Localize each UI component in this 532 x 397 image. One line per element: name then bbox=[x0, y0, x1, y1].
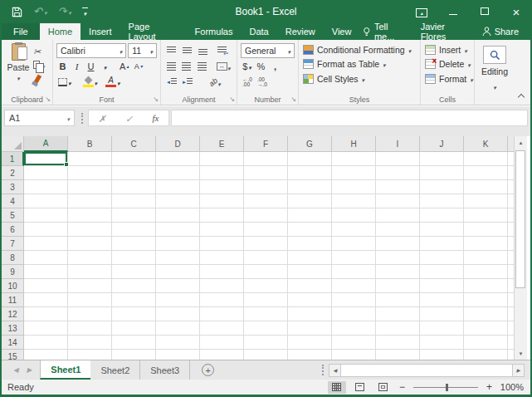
cell-E2[interactable] bbox=[200, 166, 244, 180]
cell-B7[interactable] bbox=[68, 237, 112, 251]
cell-G1[interactable] bbox=[288, 152, 332, 166]
paste-button[interactable]: Paste bbox=[5, 43, 32, 91]
cell-B8[interactable] bbox=[68, 251, 112, 265]
cell-partial[interactable] bbox=[508, 152, 514, 166]
cell-E3[interactable] bbox=[200, 180, 244, 194]
cell-partial[interactable] bbox=[508, 321, 514, 336]
zoom-slider-thumb[interactable] bbox=[446, 384, 448, 391]
cell-A9[interactable] bbox=[24, 265, 68, 279]
row-header-15[interactable]: 15 bbox=[2, 350, 24, 360]
cell-B10[interactable] bbox=[68, 279, 112, 293]
cell-partial[interactable] bbox=[508, 336, 514, 350]
cell-G4[interactable] bbox=[288, 194, 332, 208]
cell-A6[interactable] bbox=[24, 223, 68, 237]
cell-G13[interactable] bbox=[288, 321, 332, 336]
page-layout-view-button[interactable] bbox=[351, 381, 369, 394]
number-format-select[interactable]: General bbox=[241, 43, 295, 58]
undo-button[interactable] bbox=[33, 7, 46, 17]
cell-K8[interactable] bbox=[464, 251, 508, 265]
cell-H7[interactable] bbox=[332, 237, 376, 251]
cell-partial[interactable] bbox=[508, 279, 514, 293]
cell-H2[interactable] bbox=[332, 166, 376, 180]
conditional-formatting-button[interactable]: Conditional Formatting bbox=[300, 42, 418, 57]
select-all-button[interactable] bbox=[2, 136, 24, 152]
ribbon-display-options-button[interactable] bbox=[406, 6, 437, 17]
cell-J10[interactable] bbox=[420, 279, 464, 293]
italic-button[interactable]: I bbox=[71, 59, 83, 73]
cell-partial[interactable] bbox=[508, 265, 514, 279]
increase-decimal-button[interactable]: ←.0.00 bbox=[241, 77, 254, 87]
cell-H13[interactable] bbox=[332, 321, 376, 336]
cell-E8[interactable] bbox=[200, 251, 244, 265]
comma-style-button[interactable]: , bbox=[269, 59, 281, 73]
underline-options-button[interactable] bbox=[99, 59, 111, 73]
cell-B12[interactable] bbox=[68, 307, 112, 321]
cell-K11[interactable] bbox=[464, 293, 508, 307]
cell-C8[interactable] bbox=[112, 251, 156, 265]
insert-function-button[interactable]: fx bbox=[152, 113, 159, 123]
cell-G9[interactable] bbox=[288, 265, 332, 279]
tab-file[interactable]: File bbox=[2, 23, 40, 40]
cell-F14[interactable] bbox=[244, 336, 288, 350]
alignment-dialog-launcher[interactable] bbox=[229, 96, 235, 103]
cell-E13[interactable] bbox=[200, 321, 244, 336]
row-header-7[interactable]: 7 bbox=[2, 237, 24, 251]
cell-K10[interactable] bbox=[464, 279, 508, 293]
tell-me-box[interactable]: Tell me... bbox=[359, 22, 412, 42]
cell-F13[interactable] bbox=[244, 321, 288, 336]
cell-I7[interactable] bbox=[376, 237, 420, 251]
cell-B15[interactable] bbox=[68, 350, 112, 360]
fill-color-button[interactable] bbox=[81, 75, 100, 89]
format-cells-button[interactable]: Format bbox=[422, 71, 472, 86]
tab-data[interactable]: Data bbox=[241, 23, 276, 40]
cell-D13[interactable] bbox=[156, 321, 200, 336]
cell-G3[interactable] bbox=[288, 180, 332, 194]
font-size-select[interactable]: 11 bbox=[128, 43, 157, 58]
column-header-B[interactable]: B bbox=[68, 136, 112, 152]
zoom-out-button[interactable]: − bbox=[398, 381, 407, 393]
cell-I8[interactable] bbox=[376, 251, 420, 265]
cell-G6[interactable] bbox=[288, 223, 332, 237]
borders-button[interactable] bbox=[56, 75, 73, 89]
cell-J8[interactable] bbox=[420, 251, 464, 265]
sheet-tab-sheet1[interactable]: Sheet1 bbox=[40, 360, 90, 380]
row-header-14[interactable]: 14 bbox=[2, 336, 24, 350]
cell-G7[interactable] bbox=[288, 237, 332, 251]
cell-E4[interactable] bbox=[200, 194, 244, 208]
cell-D7[interactable] bbox=[156, 237, 200, 251]
font-family-select[interactable]: Calibri bbox=[56, 43, 126, 58]
cell-D15[interactable] bbox=[156, 350, 200, 360]
cell-F1[interactable] bbox=[244, 152, 288, 166]
column-header-A[interactable]: A bbox=[24, 136, 68, 152]
minimize-button[interactable] bbox=[437, 6, 469, 17]
column-header-F[interactable]: F bbox=[244, 136, 288, 152]
accounting-format-button[interactable]: $ bbox=[241, 59, 253, 73]
cell-C9[interactable] bbox=[112, 265, 156, 279]
tab-view[interactable]: View bbox=[324, 23, 360, 40]
cell-J4[interactable] bbox=[420, 194, 464, 208]
cell-J15[interactable] bbox=[420, 350, 464, 360]
cell-C6[interactable] bbox=[112, 223, 156, 237]
format-as-table-button[interactable]: Format as Table bbox=[300, 57, 418, 72]
cell-E12[interactable] bbox=[200, 307, 244, 321]
cell-partial[interactable] bbox=[508, 251, 514, 265]
tab-insert[interactable]: Insert bbox=[81, 23, 120, 40]
cell-C7[interactable] bbox=[112, 237, 156, 251]
cell-H9[interactable] bbox=[332, 265, 376, 279]
center-button[interactable] bbox=[180, 60, 194, 73]
cell-partial[interactable] bbox=[508, 293, 514, 307]
cell-K5[interactable] bbox=[464, 208, 508, 223]
cell-C3[interactable] bbox=[112, 180, 156, 194]
cell-C15[interactable] bbox=[112, 350, 156, 360]
cell-F10[interactable] bbox=[244, 279, 288, 293]
cell-J6[interactable] bbox=[420, 223, 464, 237]
column-header-partial[interactable] bbox=[508, 136, 514, 152]
row-header-2[interactable]: 2 bbox=[2, 166, 24, 180]
cell-partial[interactable] bbox=[508, 307, 514, 321]
cell-F11[interactable] bbox=[244, 293, 288, 307]
cell-J13[interactable] bbox=[420, 321, 464, 336]
sheet-tab-sheet3[interactable]: Sheet3 bbox=[140, 360, 190, 380]
cell-F2[interactable] bbox=[244, 166, 288, 180]
close-button[interactable] bbox=[500, 5, 532, 19]
row-header-3[interactable]: 3 bbox=[2, 180, 24, 194]
